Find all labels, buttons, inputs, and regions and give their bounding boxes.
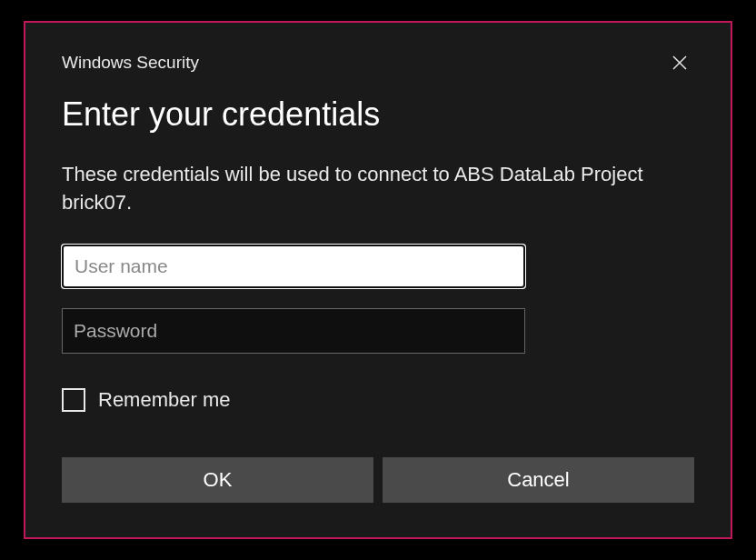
remember-me-row: Remember me xyxy=(62,388,694,412)
cancel-button[interactable]: Cancel xyxy=(383,457,694,503)
credentials-dialog: Windows Security Enter your credentials … xyxy=(24,21,732,539)
remember-me-label: Remember me xyxy=(98,388,230,412)
ok-button[interactable]: OK xyxy=(62,457,373,503)
dialog-description: These credentials will be used to connec… xyxy=(62,161,694,217)
password-input[interactable] xyxy=(62,308,525,354)
title-bar: Windows Security xyxy=(62,48,694,77)
close-button[interactable] xyxy=(665,48,694,77)
close-icon xyxy=(672,55,687,70)
dialog-title: Windows Security xyxy=(62,53,199,73)
dialog-heading: Enter your credentials xyxy=(62,95,694,134)
action-buttons: OK Cancel xyxy=(62,457,694,503)
username-input[interactable] xyxy=(62,245,525,288)
remember-me-checkbox[interactable] xyxy=(62,388,85,412)
